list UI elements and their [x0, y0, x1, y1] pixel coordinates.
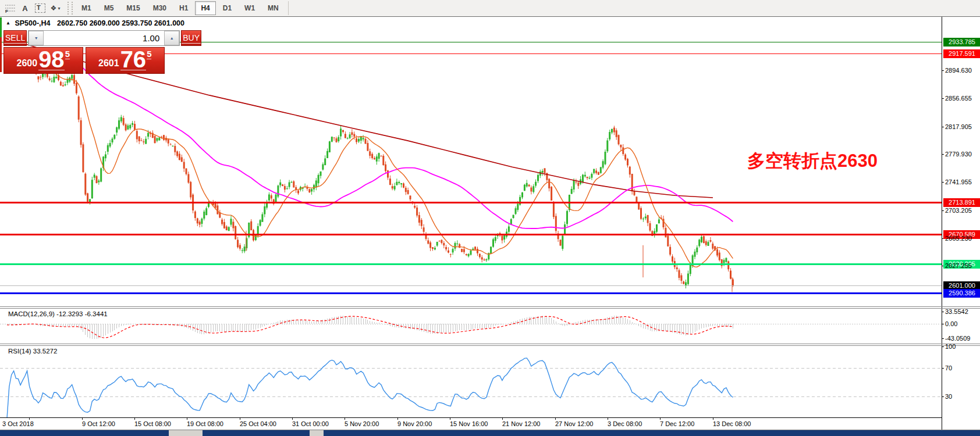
- toolbar-separator: [288, 1, 289, 15]
- sell-price-point: 5: [65, 49, 70, 59]
- timeframe-button-h1[interactable]: H1: [173, 1, 194, 15]
- timeframe-button-d1[interactable]: D1: [217, 1, 237, 15]
- buy-button-label: BUY: [182, 33, 201, 44]
- label-tool-button[interactable]: T: [33, 2, 47, 15]
- label-tool-icon: T: [35, 3, 45, 13]
- window-edge-red: [0, 37, 2, 72]
- rsi-label: RSI(14) 33.5272: [8, 348, 57, 355]
- symbol-period-label: SP500-,H4: [15, 19, 50, 27]
- svg-text:F: F: [5, 9, 8, 13]
- sell-price-handle: 2600: [17, 58, 38, 69]
- shapes-icon: ❖: [51, 4, 57, 12]
- mt4-application: { "toolbar": { "tools": [ {"name": "fibo…: [0, 0, 980, 436]
- volume-input[interactable]: [44, 31, 164, 45]
- buy-price-pips: 76: [120, 49, 147, 70]
- timeframe-button-m15[interactable]: M15: [120, 1, 145, 15]
- toolbar-drag-handle[interactable]: [68, 2, 73, 15]
- volume-control: ▼ ▲: [28, 30, 180, 46]
- timeframe-button-w1[interactable]: W1: [239, 1, 261, 15]
- text-tool-button[interactable]: A: [18, 2, 32, 15]
- ohlc-values: 2602.750 2609.000 2593.750 2601.000: [57, 19, 184, 27]
- sell-price-box[interactable]: 2600 98 5: [3, 47, 83, 74]
- one-click-trade-panel: SELL ▼ ▲ BUY 2600 98 5 2601 76 5: [3, 30, 165, 74]
- shapes-tool-button[interactable]: ❖▾: [48, 2, 62, 15]
- bottom-bar: [0, 430, 980, 436]
- buy-price-point: 5: [147, 49, 151, 59]
- timeframe-button-m1[interactable]: M1: [76, 1, 97, 15]
- timeframe-button-m30[interactable]: M30: [147, 1, 172, 15]
- fibonacci-icon[interactable]: F: [3, 2, 17, 15]
- timeframe-button-mn[interactable]: MN: [262, 1, 285, 15]
- sell-button-label: SELL: [4, 33, 26, 44]
- timeframe-group: M1M5M15M30H1H4D1W1MN: [75, 1, 285, 15]
- window-edge-green: [0, 17, 2, 37]
- buy-button[interactable]: BUY: [181, 30, 201, 46]
- bottom-bar-gap: [169, 430, 203, 436]
- buy-price-box[interactable]: 2601 76 5: [86, 47, 165, 74]
- toolbar: F A T ❖▾ M1M5M15M30H1H4D1W1MN: [0, 0, 980, 17]
- timeframe-button-m5[interactable]: M5: [98, 1, 120, 15]
- macd-label: MACD(12,26,9) -12.3293 -6.3441: [8, 310, 108, 317]
- volume-increase-button[interactable]: ▲: [164, 31, 179, 45]
- chart-annotation: 多空转折点2630: [747, 149, 878, 173]
- collapse-triangle-icon[interactable]: ▲: [6, 20, 10, 26]
- timeframe-button-h4[interactable]: H4: [195, 1, 215, 15]
- text-tool-icon: A: [22, 4, 27, 13]
- chart-header: ▲ SP500-,H4 2602.750 2609.000 2593.750 2…: [6, 19, 184, 27]
- buy-price-handle: 2601: [98, 58, 119, 69]
- volume-decrease-button[interactable]: ▼: [29, 31, 44, 45]
- bottom-bar-gap: [310, 430, 324, 436]
- sell-price-pips: 98: [38, 49, 65, 70]
- chevron-down-icon: ▾: [58, 6, 60, 11]
- sell-button[interactable]: SELL: [3, 30, 27, 46]
- fibonacci-icon-glyph: F: [5, 4, 16, 13]
